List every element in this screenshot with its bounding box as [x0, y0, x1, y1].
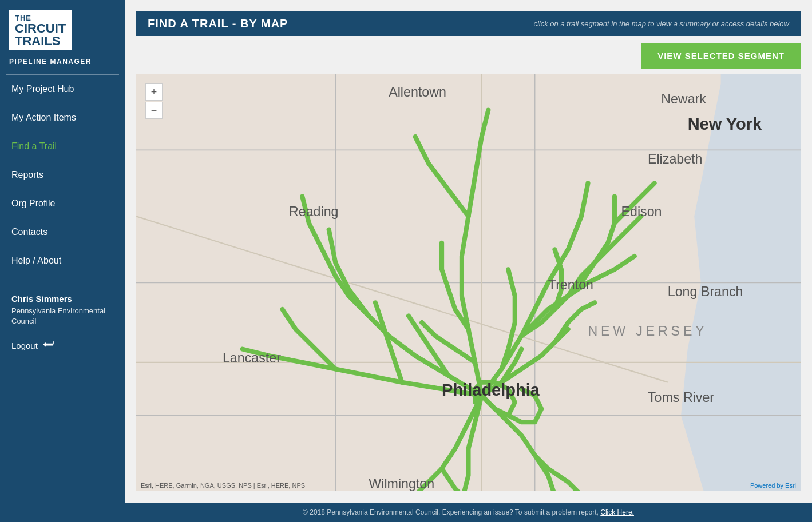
map-label-newyork: New York [688, 115, 762, 133]
zoom-in-button[interactable]: + [145, 83, 163, 101]
map-label-newark: Newark [661, 91, 706, 106]
sidebar-item-project-hub[interactable]: My Project Hub [0, 75, 125, 103]
user-info: Chris Simmers Pennsylvania Environmental… [0, 285, 125, 332]
sidebar-item-reports[interactable]: Reports [0, 161, 125, 189]
map-label-longbranch: Long Branch [668, 284, 743, 299]
sidebar-item-org-profile[interactable]: Org Profile [0, 189, 125, 218]
footer: © 2018 Pennsylvania Environmental Counci… [125, 503, 812, 522]
view-selected-button[interactable]: VIEW SELECTED SEGMENT [641, 43, 801, 69]
map-label-edison: Edison [621, 204, 662, 219]
map-container[interactable]: Newark New York Elizabeth Edison Long Br… [136, 74, 801, 491]
map-label-newjersey: NEW JERSEY [588, 324, 707, 338]
user-org: Pennsylvania Environmental Council [11, 306, 113, 326]
sidebar-item-contacts[interactable]: Contacts [0, 218, 125, 246]
map-controls: + − [145, 83, 163, 119]
pipeline-label: PIPELINE MANAGER [9, 58, 116, 66]
sidebar-item-help-about[interactable]: Help / About [0, 246, 125, 275]
sidebar: THE CIRCUIT TRAILS PIPELINE MANAGER My P… [0, 0, 125, 522]
map-attribution: Esri, HERE, Garmin, NGA, USGS, NPS | Esr… [141, 482, 305, 489]
page-title: FIND A TRAIL - BY MAP [148, 17, 288, 30]
map-label-allentown: Allentown [389, 85, 446, 99]
logo-box: THE CIRCUIT TRAILS [9, 10, 72, 50]
logout-icon: ⮨ [43, 339, 55, 352]
map-label-philadelphia: Philadelphia [442, 381, 540, 399]
user-name: Chris Simmers [11, 294, 113, 304]
map-label-trenton: Trenton [548, 277, 593, 292]
nav-divider-bottom [6, 280, 119, 280]
map-label-lancaster: Lancaster [223, 350, 281, 365]
logo-area: THE CIRCUIT TRAILS PIPELINE MANAGER [0, 0, 125, 74]
logo-circuit: CIRCUIT [15, 22, 66, 35]
logout-label: Logout [11, 341, 38, 350]
page-header: FIND A TRAIL - BY MAP click on a trail s… [136, 11, 801, 36]
map-label-elizabeth: Elizabeth [648, 152, 703, 166]
map-label-reading: Reading [289, 204, 339, 219]
map-label-wilmington: Wilmington [369, 476, 434, 491]
main-content: FIND A TRAIL - BY MAP click on a trail s… [125, 0, 812, 503]
map-svg: Newark New York Elizabeth Edison Long Br… [136, 74, 801, 491]
header-hint: click on a trail segment in the map to v… [533, 19, 789, 28]
zoom-out-button[interactable]: − [145, 102, 163, 119]
view-btn-row: VIEW SELECTED SEGMENT [136, 43, 801, 69]
footer-link[interactable]: Click Here. [600, 508, 634, 516]
sidebar-item-find-trail[interactable]: Find a Trail [0, 132, 125, 161]
map-label-tomsriver: Toms River [648, 390, 714, 405]
map-powered: Powered by Esri [750, 482, 796, 489]
logout-button[interactable]: Logout ⮨ [0, 332, 125, 364]
logo-trails: TRAILS [15, 35, 66, 47]
footer-text: © 2018 Pennsylvania Environmental Counci… [303, 508, 599, 516]
sidebar-item-action-items[interactable]: My Action Items [0, 103, 125, 132]
